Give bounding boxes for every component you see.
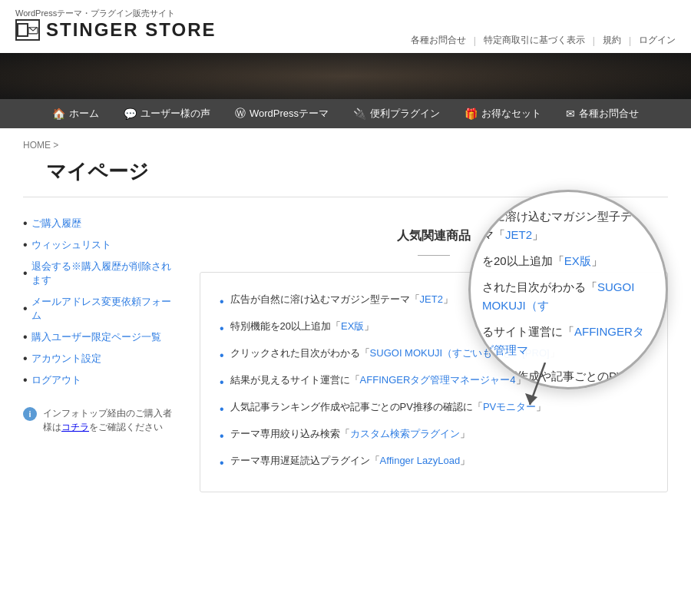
nav-plugins-label: 便利プラグイン [370, 107, 440, 121]
product-text: テーマ専用絞り込み検索「カスタム検索プラグイン」 [230, 426, 470, 442]
notice-link[interactable]: コチラ [61, 422, 89, 432]
header-links: 各種お問合せ | 特定商取引に基づく表示 | 規約 | ログイン [411, 34, 676, 47]
nav-sets[interactable]: 🎁 お得なセット [452, 99, 554, 128]
home-icon: 🏠 [52, 108, 65, 120]
product-link-search[interactable]: カスタム検索プラグイン [350, 428, 460, 439]
product-link-lazyload[interactable]: Affinger LazyLoad [380, 455, 461, 466]
sidebar-link-user-pages[interactable]: 購入ユーザー限定ページ一覧 [31, 330, 161, 344]
header-main: WordPressテーマ・プラグイン販売サイト STINGER STORE 各種… [0, 0, 691, 53]
header-link-tokutei[interactable]: 特定商取引に基づく表示 [484, 34, 585, 47]
bullet-icon: • [220, 320, 224, 338]
header-link-contact[interactable]: 各種お問合せ [411, 34, 466, 47]
magnifier-line-1: 太に溶け込むマガジン型子テーマ「JET2」 [482, 207, 654, 244]
list-item: • テーマ専用絞り込み検索「カスタム検索プラグイン」 [220, 422, 648, 449]
magnifier-arrow [522, 363, 568, 409]
sidebar-link-account[interactable]: アカウント設定 [31, 352, 101, 366]
nav-themes-label: WordPressテーマ [250, 107, 329, 121]
site-title-block: WordPressテーマ・プラグイン販売サイト STINGER STORE [15, 8, 217, 47]
product-link-ex[interactable]: EX版 [341, 320, 364, 332]
header-link-login[interactable]: ログイン [639, 34, 676, 47]
logo[interactable]: STINGER STORE [15, 19, 217, 41]
nav-home-label: ホーム [69, 107, 99, 121]
bullet-icon: • [220, 427, 224, 445]
logo-icon [15, 19, 40, 41]
sidebar-item-withdrawal: 退会する※購入履歴が削除されます [23, 256, 177, 291]
sidebar-item-user-pages: 購入ユーザー限定ページ一覧 [23, 326, 177, 348]
bullet-icon: • [220, 454, 224, 472]
sidebar-item-logout: ログアウト [23, 369, 177, 391]
magnifier-circle: 太に溶け込むマガジン型子テーマ「JET2」 を20以上追加「EX版」 された目次… [468, 190, 668, 389]
mag-link-ex[interactable]: EX版 [564, 254, 591, 267]
info-notice: i インフォトップ経由のご購入者様はコチラをご確認ください [23, 406, 177, 434]
list-item: • テーマ専用遅延読込プラグイン「Affinger LazyLoad」 [220, 449, 648, 476]
sidebar: ご購入履歴 ウィッシュリスト 退会する※購入履歴が削除されます メールアドレス変… [23, 213, 177, 492]
nav-voices-label: ユーザー様の声 [141, 107, 210, 121]
logo-text: STINGER STORE [46, 19, 217, 41]
nav-sets-label: お得なセット [481, 107, 541, 121]
magnifier-container: 太に溶け込むマガジン型子テーマ「JET2」 を20以上追加「EX版」 された目次… [468, 190, 683, 405]
breadcrumb: HOME > [0, 128, 691, 154]
nav-contact-label: 各種お問合せ [579, 107, 639, 121]
main-content: ご購入履歴 ウィッシュリスト 退会する※購入履歴が削除されます メールアドレス変… [0, 213, 691, 492]
sidebar-link-purchase-history[interactable]: ご購入履歴 [31, 217, 81, 230]
bullet-icon: • [220, 373, 224, 392]
bullet-icon: • [220, 293, 224, 311]
sidebar-item-purchase-history: ご購入履歴 [23, 213, 177, 234]
header-link-kiyaku[interactable]: 規約 [603, 34, 621, 47]
sidebar-menu: ご購入履歴 ウィッシュリスト 退会する※購入履歴が削除されます メールアドレス変… [23, 213, 177, 391]
site-tagline: WordPressテーマ・プラグイン販売サイト [15, 8, 217, 19]
sidebar-link-withdrawal[interactable]: 退会する※購入履歴が削除されます [31, 260, 177, 287]
mail-icon: ✉ [566, 108, 575, 120]
nav-contact[interactable]: ✉ 各種お問合せ [554, 99, 651, 128]
sidebar-item-email-change: メールアドレス変更依頼フォーム [23, 291, 177, 326]
nav-home[interactable]: 🏠 ホーム [40, 99, 111, 128]
nav-themes[interactable]: Ⓦ WordPressテーマ [223, 99, 341, 128]
wp-icon: Ⓦ [235, 107, 246, 121]
magnifier-line-3: された目次がわかる「SUGOI MOKUJI（す [482, 278, 654, 315]
product-text: 広告が自然に溶け込むマガジン型テーマ「JET2」 [230, 292, 453, 307]
magnifier-content: 太に溶け込むマガジン型子テーマ「JET2」 を20以上追加「EX版」 された目次… [471, 192, 666, 389]
nav-plugins[interactable]: 🔌 便利プラグイン [341, 99, 452, 128]
bullet-icon: • [220, 400, 224, 419]
magnifier-line-5: キング作成や記事ごとのPV推移の [482, 367, 654, 389]
header: WordPressテーマ・プラグイン販売サイト STINGER STORE 各種… [0, 0, 691, 128]
plugin-icon: 🔌 [353, 108, 366, 120]
product-text: 特別機能を20以上追加「EX版」 [230, 319, 375, 334]
product-text: テーマ専用遅延読込プラグイン「Affinger LazyLoad」 [230, 453, 471, 469]
voices-icon: 💬 [124, 108, 137, 120]
mag-link-jet2[interactable]: JET2 [505, 228, 532, 241]
mag-link-mokuji[interactable]: SUGOI MOKUJI（す [482, 280, 634, 312]
hero-background [0, 53, 691, 99]
content-area: 太に溶け込むマガジン型子テーマ「JET2」 を20以上追加「EX版」 された目次… [200, 213, 668, 492]
set-icon: 🎁 [465, 108, 478, 120]
sidebar-item-account: アカウント設定 [23, 348, 177, 369]
main-nav: 🏠 ホーム 💬 ユーザー様の声 Ⓦ WordPressテーマ 🔌 便利プラグイン… [0, 99, 691, 128]
sidebar-item-wishlist: ウィッシュリスト [23, 234, 177, 256]
bullet-icon: • [220, 346, 224, 365]
sidebar-link-email-change[interactable]: メールアドレス変更依頼フォーム [31, 295, 177, 323]
nav-voices[interactable]: 💬 ユーザー様の声 [111, 99, 223, 128]
product-link-jet2[interactable]: JET2 [420, 293, 443, 305]
magnifier-line-4: るサイト運営に「AFFINGERタグ管理マ [482, 323, 654, 359]
notice-text: インフォトップ経由のご購入者様はコチラをご確認ください [43, 406, 177, 434]
info-icon: i [23, 407, 37, 421]
sidebar-link-wishlist[interactable]: ウィッシュリスト [31, 238, 111, 252]
sidebar-link-logout[interactable]: ログアウト [31, 373, 81, 387]
svg-marker-2 [525, 393, 537, 405]
mag-link-affinger[interactable]: AFFINGERタグ管理マ [482, 325, 644, 356]
magnifier-line-2: を20以上追加「EX版」 [482, 252, 654, 270]
